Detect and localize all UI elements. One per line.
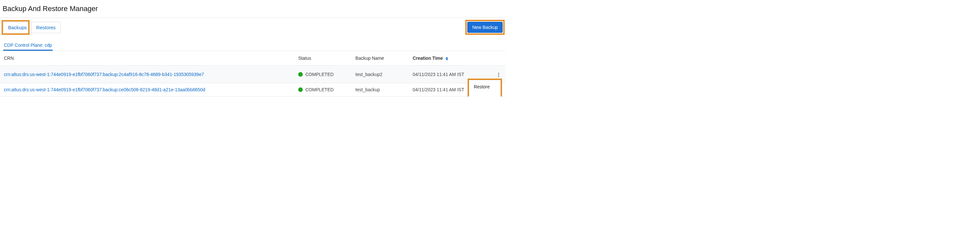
tab-restores[interactable]: Restores: [32, 22, 60, 33]
backups-table: CRN Status Backup Name Creation Time crn…: [0, 51, 505, 96]
row-actions-menu: Restore Delete View Logs: [469, 80, 501, 96]
crn-link[interactable]: crn:altus:drs:us-west-1:744e0919-e1fbf70…: [4, 87, 205, 92]
status-text: COMPLETED: [305, 72, 334, 77]
tab-backups[interactable]: Backups: [3, 22, 32, 33]
col-header-time-label: Creation Time: [413, 56, 443, 61]
crn-link[interactable]: crn:altus:drs:us-west-1:744e0919-e1fbf70…: [4, 72, 204, 77]
col-header-time[interactable]: Creation Time: [409, 51, 491, 66]
status-dot-icon: [298, 87, 303, 92]
menu-item-delete[interactable]: Delete: [469, 93, 500, 96]
col-header-actions: [491, 51, 505, 66]
scope-tab-cdp[interactable]: CDP Control Plane: cdp: [3, 41, 52, 51]
creation-time: 04/11/2023 11:41 AM IST: [413, 72, 465, 77]
col-header-status[interactable]: Status: [294, 51, 352, 66]
menu-item-restore[interactable]: Restore: [469, 80, 500, 93]
primary-tabs: Backups Restores: [3, 22, 61, 33]
backup-name: test_backup: [355, 87, 380, 92]
table-row: crn:altus:drs:us-west-1:744e0919-e1fbf70…: [0, 66, 505, 83]
page-title: Backup And Restore Manager: [0, 0, 505, 18]
status-dot-icon: [298, 72, 303, 77]
col-header-name[interactable]: Backup Name: [352, 51, 409, 66]
row-actions-menu-button[interactable]: [496, 71, 501, 79]
creation-time: 04/11/2023 11:41 AM IST: [413, 87, 465, 92]
scope-tabs: CDP Control Plane: cdp: [0, 41, 52, 51]
backup-name: test_backup2: [355, 72, 382, 77]
table-row: crn:altus:drs:us-west-1:744e0919-e1fbf70…: [0, 83, 505, 96]
col-header-crn[interactable]: CRN: [0, 51, 294, 66]
new-backup-button[interactable]: New Backup: [467, 22, 503, 33]
sort-icon: [445, 57, 448, 61]
status-text: COMPLETED: [305, 87, 334, 92]
